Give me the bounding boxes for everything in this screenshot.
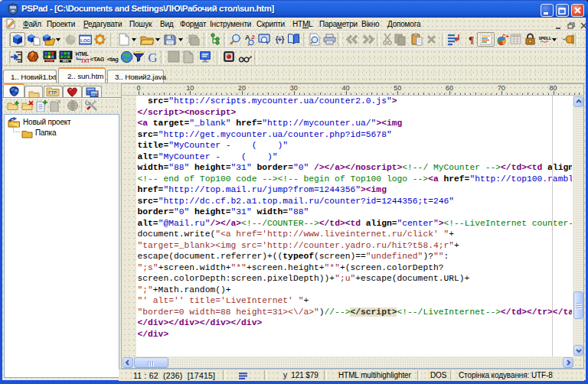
svg-text:IMG: IMG [63,59,69,63]
svg-text:¶: ¶ [469,34,474,45]
svg-text:<TAG: <TAG [90,56,104,63]
svg-text:{+}: {+} [276,35,285,44]
svg-text:HTML: HTML [76,51,89,57]
svg-text:LOG: LOG [80,38,90,43]
svg-text:<tag: <tag [107,56,119,63]
svg-text:FTP: FTP [48,90,57,95]
svg-text:SPELL: SPELL [539,35,551,41]
svg-text:2: 2 [252,34,256,41]
svg-text:RGB: RGB [46,59,53,63]
svg-text:TXT: TXT [81,58,90,63]
svg-text:G: G [148,50,157,65]
